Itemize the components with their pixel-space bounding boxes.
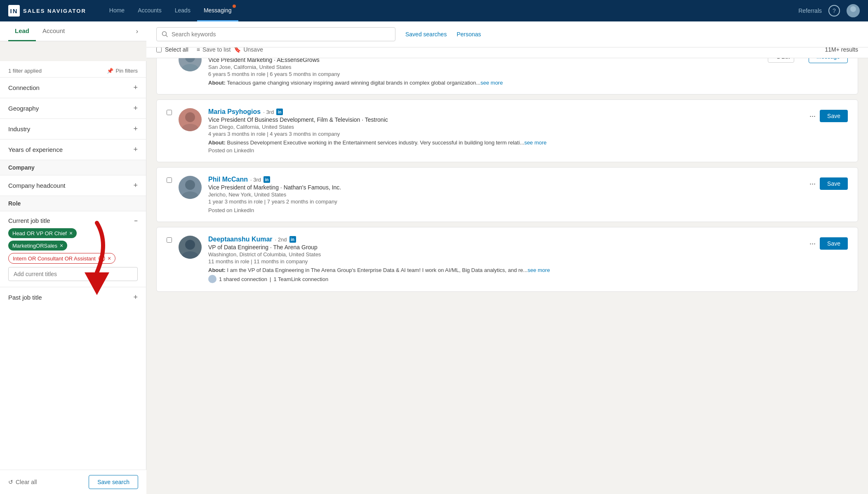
svg-point-12 — [185, 240, 195, 250]
current-job-title-label: Current job title — [8, 217, 50, 224]
referrals-link[interactable]: Referrals — [798, 7, 822, 14]
linkedin-profile-icon-2[interactable]: in — [263, 176, 270, 183]
filter-company-section: Company — [0, 160, 146, 175]
company-section-label: Company — [8, 164, 35, 171]
industry-expand-icon: + — [133, 125, 138, 133]
see-more-3[interactable]: see more — [527, 267, 550, 273]
lead-about-0: About: Tenacious game changing visionary… — [208, 80, 761, 86]
filters-applied-label: 1 filter applied — [8, 68, 42, 74]
connection-label: Connection — [8, 84, 40, 91]
filter-connection[interactable]: Connection + — [0, 77, 146, 98]
past-job-title-label: Past job title — [8, 294, 42, 301]
lead-avatar-1 — [179, 108, 202, 131]
lead-info-3: Deeptaanshu Kumar · 2nd in VP of Data En… — [208, 236, 803, 283]
filter-past-job-title[interactable]: Past job title + — [0, 287, 146, 307]
app-name: SALES NAVIGATOR — [23, 8, 86, 14]
search-box[interactable] — [156, 27, 395, 41]
posted-on-1: Posted on LinkedIn — [208, 147, 803, 154]
main-content: Saved searches Personas Select all ≡ Sav… — [146, 0, 868, 307]
expand-tabs-icon[interactable]: › — [136, 28, 138, 35]
svg-line-5 — [166, 35, 168, 37]
svg-point-10 — [185, 180, 195, 190]
lead-duration-2: 1 year 3 months in role | 7 years 2 mont… — [208, 199, 803, 205]
pin-icon: 📌 — [107, 68, 113, 74]
lead-checkbox-3[interactable] — [167, 237, 172, 243]
user-avatar[interactable] — [847, 4, 860, 17]
nav-messaging[interactable]: Messaging — [197, 0, 238, 21]
svg-point-0 — [850, 6, 856, 12]
see-more-0[interactable]: see more — [480, 80, 503, 86]
lead-checkbox-2[interactable] — [167, 177, 172, 183]
lead-name-1[interactable]: Maria Psyhogios — [208, 108, 261, 116]
posted-on-2: Posted on LinkedIn — [208, 207, 803, 213]
more-options-3[interactable]: ··· — [809, 239, 816, 248]
lead-info-1: Maria Psyhogios · 3rd in Vice President … — [208, 108, 803, 154]
more-options-1[interactable]: ··· — [809, 112, 816, 121]
svg-point-1 — [848, 12, 858, 17]
linkedin-profile-icon-3[interactable]: in — [289, 236, 296, 243]
save-button-3[interactable]: Save — [820, 237, 848, 250]
geography-label: Geography — [8, 105, 39, 112]
filter-geography[interactable]: Geography + — [0, 98, 146, 118]
tag-marketing-sales-remove[interactable]: × — [60, 242, 63, 249]
tag-intern-consultant[interactable]: Intern OR Consultant OR Assistant 🚫 × — [8, 253, 115, 264]
save-button-2[interactable]: Save — [820, 177, 848, 190]
lead-name-2[interactable]: Phil McCann — [208, 176, 248, 183]
lead-card-1: Maria Psyhogios · 3rd in Vice President … — [156, 99, 858, 162]
add-titles-input[interactable] — [8, 267, 138, 281]
role-label: Role — [8, 200, 21, 207]
years-experience-label: Years of experience — [8, 146, 63, 153]
tag-intern-remove[interactable]: × — [108, 255, 111, 262]
filter-industry[interactable]: Industry + — [0, 118, 146, 139]
lead-duration-1: 4 years 3 months in role | 4 years 3 mon… — [208, 131, 803, 137]
lead-degree-2: · 3rd — [250, 177, 261, 183]
lead-actions-1: ··· Save — [809, 110, 848, 122]
saved-searches-link[interactable]: Saved searches — [405, 31, 447, 38]
lead-actions-3: ··· Save — [809, 237, 848, 250]
svg-point-11 — [182, 191, 198, 199]
filter-company-headcount[interactable]: Company headcount + — [0, 175, 146, 196]
logo[interactable]: in SALES NAVIGATOR — [8, 5, 86, 17]
svg-point-8 — [185, 112, 195, 122]
nav-home[interactable]: Home — [103, 0, 131, 21]
save-button-1[interactable]: Save — [820, 110, 848, 122]
nav-accounts[interactable]: Accounts — [131, 0, 168, 21]
tag-head-vp-chief[interactable]: Head OR VP OR Chief × — [8, 228, 77, 238]
lead-card-2: Phil McCann · 3rd in Vice President of M… — [156, 167, 858, 222]
svg-point-7 — [182, 64, 198, 71]
pin-filters-button[interactable]: 📌 Pin filters — [107, 68, 138, 74]
headcount-expand-icon: + — [133, 181, 138, 190]
nav-right: Referrals ? — [798, 4, 860, 17]
tab-account[interactable]: Account — [36, 21, 71, 41]
svg-point-9 — [182, 124, 198, 131]
see-more-1[interactable]: see more — [524, 139, 546, 146]
filter-years-experience[interactable]: Years of experience + — [0, 139, 146, 160]
lead-degree-3: · 2nd — [275, 236, 287, 243]
lead-checkbox-1[interactable] — [167, 110, 172, 115]
shared-avatar-icon — [208, 275, 216, 283]
lead-avatar-3 — [179, 236, 202, 259]
more-options-2[interactable]: ··· — [809, 180, 816, 188]
tag-head-vp-chief-remove[interactable]: × — [69, 230, 73, 236]
lead-duration-3: 11 months in role | 11 months in company — [208, 258, 803, 265]
linkedin-profile-icon-1[interactable]: in — [276, 109, 283, 115]
company-headcount-label: Company headcount — [8, 182, 65, 189]
years-expand-icon: + — [133, 145, 138, 154]
search-input[interactable] — [172, 31, 390, 38]
help-button[interactable]: ? — [828, 5, 840, 17]
lead-title-3: VP of Data Engineering · The Arena Group — [208, 244, 803, 251]
tag-marketing-sales[interactable]: MarketingORSales × — [8, 241, 67, 251]
current-job-collapse-icon[interactable]: − — [134, 217, 138, 224]
tab-lead[interactable]: Lead — [8, 21, 36, 41]
nav-leads[interactable]: Leads — [168, 0, 197, 21]
tag-marketing-sales-text: MarketingORSales — [12, 243, 57, 249]
geography-expand-icon: + — [133, 104, 138, 113]
search-area: Saved searches Personas — [146, 21, 868, 47]
lead-name-3[interactable]: Deeptaanshu Kumar — [208, 236, 273, 243]
select-all-checkbox[interactable] — [156, 47, 162, 52]
lead-about-1: About: Business Development Executive wo… — [208, 139, 803, 146]
personas-link[interactable]: Personas — [456, 31, 481, 38]
lead-duration-0: 6 years 5 months in role | 6 years 5 mon… — [208, 71, 761, 77]
lead-card-3: Deeptaanshu Kumar · 2nd in VP of Data En… — [156, 227, 858, 292]
secondary-navigation: Lead Account › — [0, 21, 146, 41]
